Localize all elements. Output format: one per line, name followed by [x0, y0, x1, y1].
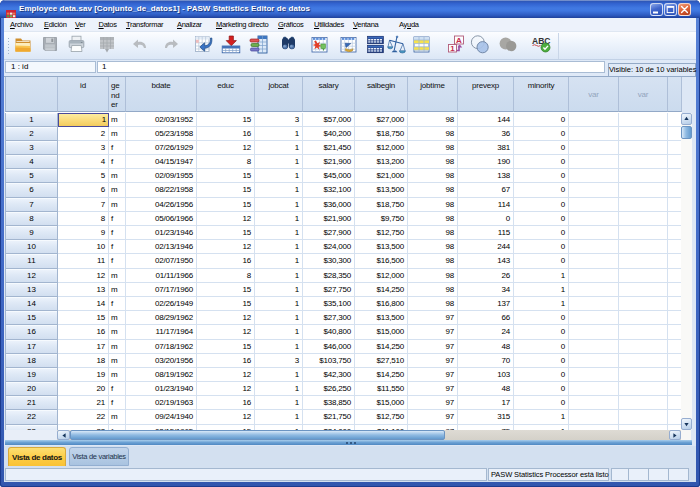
- cell-gender-1[interactable]: m: [109, 113, 126, 127]
- menu-gr-ficos[interactable]: Gráficos: [278, 18, 304, 32]
- cell-jobcat-13[interactable]: 1: [255, 283, 303, 297]
- row-number-21[interactable]: 21: [5, 396, 58, 410]
- horizontal-scrollbar[interactable]: [4, 430, 692, 440]
- cell-prevexp-13[interactable]: 34: [458, 283, 514, 297]
- cell-educ-3[interactable]: 12: [197, 141, 255, 155]
- cell-var-18[interactable]: [569, 354, 619, 368]
- redo-button[interactable]: [159, 35, 181, 57]
- cell-minority-18[interactable]: 0: [514, 354, 569, 368]
- cell-minority-17[interactable]: 0: [514, 340, 569, 354]
- cell-salary-12[interactable]: $28,350: [303, 269, 355, 283]
- cell-educ-15[interactable]: 12: [197, 311, 255, 325]
- cell-var-17[interactable]: [619, 340, 668, 354]
- cell-gender-5[interactable]: m: [109, 169, 126, 183]
- vertical-scrollbar[interactable]: [681, 113, 692, 431]
- cell-bdate-12[interactable]: 01/11/1966: [126, 269, 197, 283]
- cell-var-16[interactable]: [668, 325, 682, 339]
- cell-prevexp-19[interactable]: 103: [458, 368, 514, 382]
- cell-var-15[interactable]: [619, 311, 668, 325]
- cell-salbegin-9[interactable]: $12,750: [355, 226, 408, 240]
- row-number-22[interactable]: 22: [5, 410, 58, 424]
- cell-gender-7[interactable]: m: [109, 198, 126, 212]
- cell-salary-4[interactable]: $21,900: [303, 155, 355, 169]
- cell-gender-2[interactable]: m: [109, 127, 126, 141]
- cell-prevexp-4[interactable]: 190: [458, 155, 514, 169]
- cell-var-11[interactable]: [569, 254, 619, 268]
- insert-variable-button[interactable]: [337, 35, 359, 57]
- cell-var-4[interactable]: [569, 155, 619, 169]
- cell-var-7[interactable]: [668, 198, 682, 212]
- cell-jobtime-19[interactable]: 97: [408, 368, 458, 382]
- cell-salary-1[interactable]: $57,000: [303, 113, 355, 127]
- cell-salary-11[interactable]: $30,300: [303, 254, 355, 268]
- cell-prevexp-8[interactable]: 0: [458, 212, 514, 226]
- cell-educ-14[interactable]: 15: [197, 297, 255, 311]
- cell-salary-2[interactable]: $40,200: [303, 127, 355, 141]
- cell-prevexp-14[interactable]: 137: [458, 297, 514, 311]
- cell-editor-field[interactable]: 1: [97, 61, 605, 73]
- column-header-salbegin[interactable]: salbegin: [355, 77, 408, 112]
- cell-var-20[interactable]: [569, 382, 619, 396]
- cell-var-1[interactable]: [619, 113, 668, 127]
- cell-bdate-8[interactable]: 05/06/1966: [126, 212, 197, 226]
- cell-var-2[interactable]: [569, 127, 619, 141]
- cell-id-21[interactable]: 21: [58, 396, 109, 410]
- cell-jobcat-22[interactable]: 1: [255, 410, 303, 424]
- cell-minority-13[interactable]: 1: [514, 283, 569, 297]
- menu-ver[interactable]: Ver: [75, 18, 85, 32]
- cell-salary-8[interactable]: $21,900: [303, 212, 355, 226]
- cell-prevexp-20[interactable]: 48: [458, 382, 514, 396]
- cell-prevexp-10[interactable]: 244: [458, 240, 514, 254]
- cell-jobcat-18[interactable]: 3: [255, 354, 303, 368]
- maximize-button[interactable]: [664, 3, 677, 16]
- cell-bdate-11[interactable]: 02/07/1950: [126, 254, 197, 268]
- find-button[interactable]: [277, 35, 299, 57]
- cell-prevexp-7[interactable]: 114: [458, 198, 514, 212]
- cell-var-11[interactable]: [619, 254, 668, 268]
- cell-jobtime-18[interactable]: 97: [408, 354, 458, 368]
- cell-jobtime-14[interactable]: 98: [408, 297, 458, 311]
- cell-prevexp-6[interactable]: 67: [458, 183, 514, 197]
- row-number-10[interactable]: 10: [5, 240, 58, 254]
- cell-var-21[interactable]: [569, 396, 619, 410]
- cell-var-19[interactable]: [619, 368, 668, 382]
- cell-jobcat-1[interactable]: 3: [255, 113, 303, 127]
- print-button[interactable]: [66, 35, 88, 57]
- cell-gender-12[interactable]: m: [109, 269, 126, 283]
- cell-educ-8[interactable]: 12: [197, 212, 255, 226]
- column-header-prevexp[interactable]: prevexp: [458, 77, 514, 112]
- cell-jobcat-12[interactable]: 1: [255, 269, 303, 283]
- cell-var-7[interactable]: [569, 198, 619, 212]
- cell-salbegin-6[interactable]: $13,500: [355, 183, 408, 197]
- cell-minority-6[interactable]: 0: [514, 183, 569, 197]
- cell-salbegin-15[interactable]: $13,500: [355, 311, 408, 325]
- cell-jobtime-8[interactable]: 98: [408, 212, 458, 226]
- cell-minority-4[interactable]: 0: [514, 155, 569, 169]
- weight-cases-button[interactable]: [385, 35, 407, 57]
- spell-check-button[interactable]: ABC: [530, 35, 552, 57]
- cell-var-13[interactable]: [569, 283, 619, 297]
- cell-salbegin-4[interactable]: $13,200: [355, 155, 408, 169]
- undo-button[interactable]: [129, 35, 151, 57]
- cell-bdate-9[interactable]: 01/23/1946: [126, 226, 197, 240]
- cell-var-18[interactable]: [619, 354, 668, 368]
- cell-bdate-7[interactable]: 04/26/1956: [126, 198, 197, 212]
- cell-var-10[interactable]: [619, 240, 668, 254]
- cell-salbegin-8[interactable]: $9,750: [355, 212, 408, 226]
- cell-var-5[interactable]: [668, 169, 682, 183]
- cell-var-21[interactable]: [668, 396, 682, 410]
- cell-jobcat-9[interactable]: 1: [255, 226, 303, 240]
- cell-educ-9[interactable]: 15: [197, 226, 255, 240]
- cell-bdate-3[interactable]: 07/26/1929: [126, 141, 197, 155]
- cell-jobcat-5[interactable]: 1: [255, 169, 303, 183]
- column-header-bdate[interactable]: bdate: [126, 77, 197, 112]
- column-header-minority[interactable]: minority: [514, 77, 569, 112]
- cell-gender-22[interactable]: m: [109, 410, 126, 424]
- cell-var-17[interactable]: [569, 340, 619, 354]
- cell-id-14[interactable]: 14: [58, 297, 109, 311]
- cell-bdate-1[interactable]: 02/03/1952: [126, 113, 197, 127]
- close-button[interactable]: [678, 3, 691, 16]
- pane-splitter-bar[interactable]: [5, 440, 692, 445]
- goto-case-button[interactable]: [193, 35, 215, 57]
- column-header-educ[interactable]: educ: [197, 77, 255, 112]
